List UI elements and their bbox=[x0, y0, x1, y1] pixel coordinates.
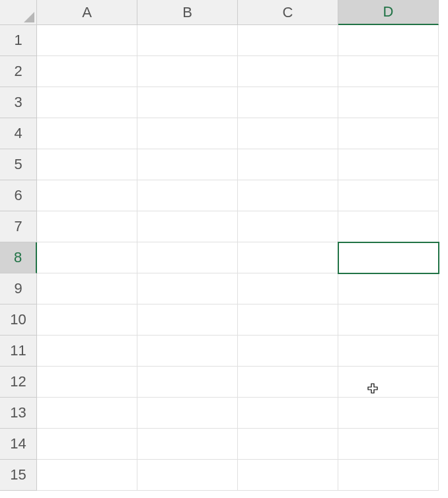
col-header-C[interactable]: C bbox=[238, 0, 338, 25]
row-header-7[interactable]: 7 bbox=[0, 211, 37, 242]
cell-C1[interactable] bbox=[238, 25, 338, 56]
row-header-5[interactable]: 5 bbox=[0, 149, 37, 180]
cell-B12[interactable] bbox=[137, 367, 238, 398]
row-8 bbox=[37, 242, 448, 273]
cell-B3[interactable] bbox=[137, 87, 238, 118]
cell-C2[interactable] bbox=[238, 56, 338, 87]
cell-A1[interactable] bbox=[37, 25, 137, 56]
cell-D7[interactable] bbox=[338, 211, 439, 242]
cell-A10[interactable] bbox=[37, 304, 137, 336]
cell-D4[interactable] bbox=[338, 118, 439, 149]
row-header-11[interactable]: 11 bbox=[0, 336, 37, 367]
row-header-12[interactable]: 12 bbox=[0, 367, 37, 398]
cell-D2[interactable] bbox=[338, 56, 439, 87]
cell-A11[interactable] bbox=[37, 336, 137, 367]
row-10 bbox=[37, 304, 448, 336]
cell-A6[interactable] bbox=[37, 180, 137, 211]
row-13 bbox=[37, 398, 448, 429]
cell-A15[interactable] bbox=[37, 460, 137, 491]
cell-A7[interactable] bbox=[37, 211, 137, 242]
row-6 bbox=[37, 180, 448, 211]
row-header-15[interactable]: 15 bbox=[0, 460, 37, 491]
row-header-10[interactable]: 10 bbox=[0, 304, 37, 336]
cell-B2[interactable] bbox=[137, 56, 238, 87]
cell-D5[interactable] bbox=[338, 149, 439, 180]
col-header-B[interactable]: B bbox=[137, 0, 238, 25]
cell-C3[interactable] bbox=[238, 87, 338, 118]
select-all-corner[interactable] bbox=[0, 0, 37, 25]
cell-C11[interactable] bbox=[238, 336, 338, 367]
row-header-8[interactable]: 8 bbox=[0, 242, 37, 273]
row-header-9[interactable]: 9 bbox=[0, 273, 37, 304]
cell-D1[interactable] bbox=[338, 25, 439, 56]
row-3 bbox=[37, 87, 448, 118]
cell-B15[interactable] bbox=[137, 460, 238, 491]
cell-C9[interactable] bbox=[238, 273, 338, 304]
cell-B14[interactable] bbox=[137, 429, 238, 460]
row-header-2[interactable]: 2 bbox=[0, 56, 37, 87]
row-5 bbox=[37, 149, 448, 180]
row-2 bbox=[37, 56, 448, 87]
cell-D13[interactable] bbox=[338, 398, 439, 429]
cell-B7[interactable] bbox=[137, 211, 238, 242]
cell-D10[interactable] bbox=[338, 304, 439, 336]
row-7 bbox=[37, 211, 448, 242]
cell-D14[interactable] bbox=[338, 429, 439, 460]
spreadsheet: A B C D 1 2 3 4 5 6 7 8 9 10 11 12 13 14… bbox=[0, 0, 448, 498]
cell-B13[interactable] bbox=[137, 398, 238, 429]
cell-C8[interactable] bbox=[238, 242, 338, 273]
cell-A14[interactable] bbox=[37, 429, 137, 460]
cell-C7[interactable] bbox=[238, 211, 338, 242]
cell-A5[interactable] bbox=[37, 149, 137, 180]
cell-C6[interactable] bbox=[238, 180, 338, 211]
row-header-1[interactable]: 1 bbox=[0, 25, 37, 56]
cell-B11[interactable] bbox=[137, 336, 238, 367]
cell-B10[interactable] bbox=[137, 304, 238, 336]
cell-A12[interactable] bbox=[37, 367, 137, 398]
row-1 bbox=[37, 25, 448, 56]
cell-D3[interactable] bbox=[338, 87, 439, 118]
cell-C5[interactable] bbox=[238, 149, 338, 180]
row-header-4[interactable]: 4 bbox=[0, 118, 37, 149]
cell-D11[interactable] bbox=[338, 336, 439, 367]
row-header-3[interactable]: 3 bbox=[0, 87, 37, 118]
cell-C4[interactable] bbox=[238, 118, 338, 149]
select-all-triangle-icon bbox=[24, 12, 34, 22]
row-14 bbox=[37, 429, 448, 460]
row-15 bbox=[37, 460, 448, 491]
col-header-D[interactable]: D bbox=[338, 0, 439, 25]
row-header-14[interactable]: 14 bbox=[0, 429, 37, 460]
cell-B1[interactable] bbox=[137, 25, 238, 56]
cell-D6[interactable] bbox=[338, 180, 439, 211]
cell-A9[interactable] bbox=[37, 273, 137, 304]
cell-A8[interactable] bbox=[37, 242, 137, 273]
cell-A4[interactable] bbox=[37, 118, 137, 149]
row-4 bbox=[37, 118, 448, 149]
row-header-6[interactable]: 6 bbox=[0, 180, 37, 211]
cell-grid bbox=[37, 25, 448, 498]
row-headers: 1 2 3 4 5 6 7 8 9 10 11 12 13 14 15 bbox=[0, 25, 37, 498]
cell-D15[interactable] bbox=[338, 460, 439, 491]
cell-B9[interactable] bbox=[137, 273, 238, 304]
row-9 bbox=[37, 273, 448, 304]
cell-C10[interactable] bbox=[238, 304, 338, 336]
cell-B8[interactable] bbox=[137, 242, 238, 273]
cell-C13[interactable] bbox=[238, 398, 338, 429]
row-12 bbox=[37, 367, 448, 398]
cell-D9[interactable] bbox=[338, 273, 439, 304]
cell-D12[interactable] bbox=[338, 367, 439, 398]
cell-D8[interactable] bbox=[338, 242, 439, 273]
cell-B5[interactable] bbox=[137, 149, 238, 180]
row-11 bbox=[37, 336, 448, 367]
cell-B4[interactable] bbox=[137, 118, 238, 149]
col-header-A[interactable]: A bbox=[37, 0, 137, 25]
cell-B6[interactable] bbox=[137, 180, 238, 211]
cell-A2[interactable] bbox=[37, 56, 137, 87]
column-headers: A B C D bbox=[37, 0, 448, 25]
cell-C15[interactable] bbox=[238, 460, 338, 491]
cell-C14[interactable] bbox=[238, 429, 338, 460]
cell-A3[interactable] bbox=[37, 87, 137, 118]
cell-C12[interactable] bbox=[238, 367, 338, 398]
cell-A13[interactable] bbox=[37, 398, 137, 429]
row-header-13[interactable]: 13 bbox=[0, 398, 37, 429]
